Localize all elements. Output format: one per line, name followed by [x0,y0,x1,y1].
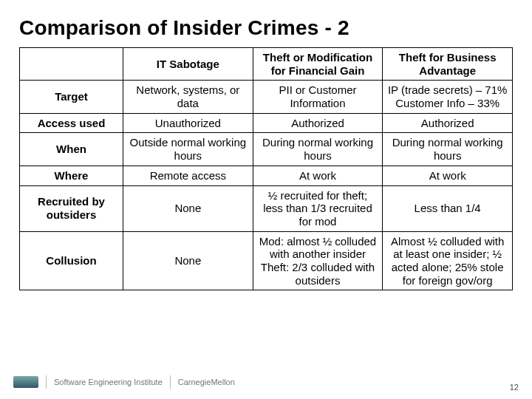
table-row: Access used Unauthorized Authorized Auth… [20,113,513,133]
page-number: 12 [510,383,519,392]
footer: Software Engineering Institute CarnegieM… [0,372,532,392]
comparison-table: IT Sabotage Theft or Modification for Fi… [19,47,513,290]
col-header: Theft for Business Advantage [383,48,513,81]
table-row: Target Network, systems, or data PII or … [20,81,513,113]
row-label: Recruited by outsiders [20,185,123,231]
cell: Unauthorized [123,113,253,133]
cell: None [123,185,253,231]
cell: At work [253,166,383,185]
col-header: IT Sabotage [123,48,253,81]
cell: Authorized [253,113,383,133]
row-label: Where [20,166,123,185]
page-title: Comparison of Insider Crimes - 2 [19,16,513,40]
footer-logos: Software Engineering Institute CarnegieM… [13,375,235,389]
cell: Almost ½ colluded with at least one insi… [383,231,513,290]
cell: During normal working hours [253,133,383,166]
col-header: Theft or Modification for Financial Gain [253,48,383,81]
cell: PII or Customer Information [253,81,383,113]
table-row: Where Remote access At work At work [20,166,513,185]
cell: During normal working hours [383,133,513,166]
cell: None [123,231,253,290]
cell: Less than 1/4 [383,185,513,231]
cell: Authorized [383,113,513,133]
row-label: Access used [20,113,123,133]
cell: At work [383,166,513,185]
table-corner [20,48,123,81]
cert-logo-icon [13,376,38,388]
cell: IP (trade secrets) – 71% Customer Info –… [383,81,513,113]
cell: ½ recruited for theft; less than 1/3 rec… [253,185,383,231]
row-label: Target [20,81,123,113]
row-label: Collusion [20,231,123,290]
cell: Remote access [123,166,253,185]
footer-org1: Software Engineering Institute [54,378,163,386]
cell: Outside normal working hours [123,133,253,166]
table-row: Recruited by outsiders None ½ recruited … [20,185,513,231]
divider [170,375,171,389]
divider [46,375,47,389]
cell: Mod: almost ½ colluded with another insi… [253,231,383,290]
table-header-row: IT Sabotage Theft or Modification for Fi… [20,48,513,81]
cell: Network, systems, or data [123,81,253,113]
table-row: Collusion None Mod: almost ½ colluded wi… [20,231,513,290]
slide: Comparison of Insider Crimes - 2 IT Sabo… [0,0,532,399]
table-row: When Outside normal working hours During… [20,133,513,166]
footer-org2: CarnegieMellon [178,378,235,386]
row-label: When [20,133,123,166]
